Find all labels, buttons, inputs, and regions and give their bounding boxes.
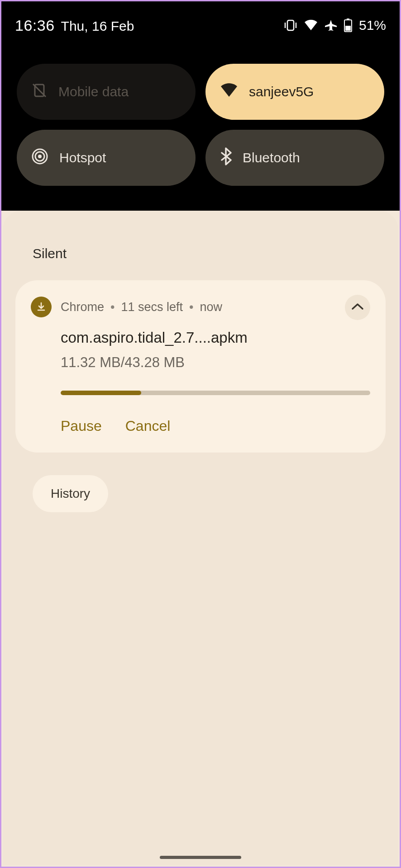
airplane-icon <box>325 19 337 32</box>
svg-rect-0 <box>287 20 294 30</box>
tile-wifi[interactable]: sanjeev5G <box>205 64 384 120</box>
quick-settings-panel: 16:36 Thu, 16 Feb 51% Mobile data <box>1 1 400 211</box>
pause-button[interactable]: Pause <box>61 418 102 434</box>
svg-rect-5 <box>345 26 351 31</box>
tile-label: Mobile data <box>58 84 129 99</box>
progress-bar <box>61 391 370 395</box>
cancel-button[interactable]: Cancel <box>125 418 171 434</box>
status-bar: 16:36 Thu, 16 Feb 51% <box>1 14 400 37</box>
status-date: Thu, 16 Feb <box>61 19 134 34</box>
tile-label: Hotspot <box>59 150 106 165</box>
notification-app-name: Chrome <box>61 300 104 314</box>
vibrate-icon <box>284 19 297 31</box>
status-time: 16:36 <box>15 17 55 34</box>
navigation-handle[interactable] <box>160 856 241 859</box>
notification-time-left: 11 secs left <box>121 300 183 314</box>
collapse-button[interactable] <box>345 295 370 320</box>
history-chip[interactable]: History <box>33 475 108 512</box>
tile-bluetooth[interactable]: Bluetooth <box>205 130 384 186</box>
notification-when: now <box>200 300 223 314</box>
separator-dot: • <box>189 300 193 314</box>
download-icon <box>31 297 52 317</box>
notification-card[interactable]: Chrome • 11 secs left • now com.aspiro.t… <box>15 280 386 453</box>
section-label-silent: Silent <box>3 211 398 261</box>
wifi-icon <box>304 19 318 31</box>
wifi-icon <box>220 83 238 101</box>
bluetooth-icon <box>220 147 232 169</box>
tile-mobile-data[interactable]: Mobile data <box>17 64 196 120</box>
battery-icon <box>344 19 353 32</box>
hotspot-icon <box>31 148 48 168</box>
notification-panel: Silent Chrome • 11 secs left • now com.a… <box>3 211 398 865</box>
svg-point-8 <box>38 155 42 158</box>
tile-label: sanjeev5G <box>249 84 314 99</box>
separator-dot: • <box>110 300 115 314</box>
battery-percentage: 51% <box>359 18 386 33</box>
tile-label: Bluetooth <box>243 150 300 165</box>
progress-bar-fill <box>61 391 141 395</box>
notification-progress-text: 11.32 MB/43.28 MB <box>61 354 370 371</box>
chevron-up-icon <box>351 302 364 312</box>
tile-hotspot[interactable]: Hotspot <box>17 130 196 186</box>
no-sim-icon <box>31 82 48 102</box>
notification-title: com.aspiro.tidal_2.7....apkm <box>61 329 370 346</box>
